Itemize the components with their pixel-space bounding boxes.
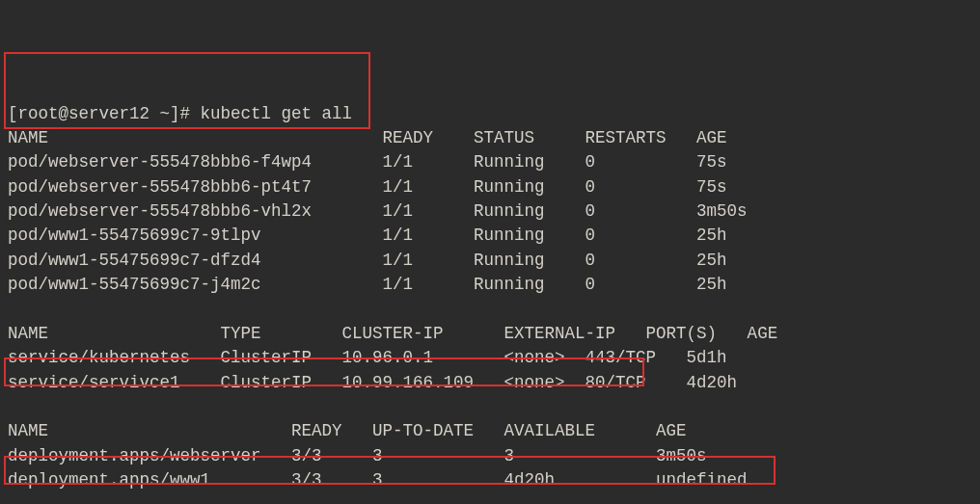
blank-line [8, 395, 972, 419]
pod-row: pod/webserver-555478bbb6-vhl2x 1/1 Runni… [8, 199, 972, 224]
pod-row: pod/www1-55475699c7-9tlpv 1/1 Running 0 … [8, 224, 972, 248]
blank-line [8, 298, 972, 322]
blank-line [8, 493, 972, 505]
deployment-row: deployment.apps/webserver 3/3 3 3 3m50s [8, 444, 972, 468]
pod-row: pod/www1-55475699c7-j4m2c 1/1 Running 0 … [8, 273, 972, 297]
prompt-line: [root@server12 ~]# kubectl get all [8, 102, 972, 126]
deployment-row: deployment.apps/www1 3/3 3 4d20h undefin… [8, 468, 972, 492]
command-text: kubectl get all [201, 104, 353, 123]
deployments-header: NAME READY UP-TO-DATE AVAILABLE AGE [8, 419, 972, 443]
service-row: service/kubernetes ClusterIP 10.96.0.1 <… [8, 346, 972, 370]
pods-header: NAME READY STATUS RESTARTS AGE [8, 126, 972, 150]
pod-row: pod/webserver-555478bbb6-pt4t7 1/1 Runni… [8, 175, 972, 199]
terminal-output[interactable]: [root@server12 ~]# kubectl get allNAME R… [8, 102, 972, 505]
pod-row: pod/www1-55475699c7-dfzd4 1/1 Running 0 … [8, 249, 972, 273]
service-row: service/servivce1 ClusterIP 10.99.166.10… [8, 371, 972, 395]
pod-row: pod/webserver-555478bbb6-f4wp4 1/1 Runni… [8, 150, 972, 174]
shell-prompt: [root@server12 ~]# [8, 104, 201, 123]
services-header: NAME TYPE CLUSTER-IP EXTERNAL-IP PORT(S)… [8, 322, 972, 346]
